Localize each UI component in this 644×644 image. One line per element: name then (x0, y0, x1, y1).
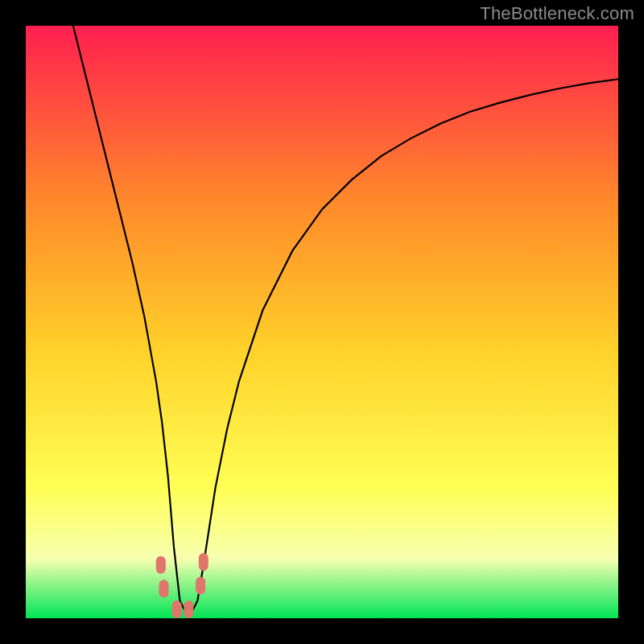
chart-frame: TheBottleneck.com (0, 0, 644, 644)
curve-marker (172, 601, 182, 618)
watermark-text: TheBottleneck.com (480, 3, 634, 24)
bottleneck-curve (26, 26, 618, 618)
curve-marker (159, 580, 168, 597)
curve-marker (156, 556, 166, 574)
curve-marker (184, 601, 193, 618)
plot-area (26, 26, 618, 618)
curve-marker (199, 553, 208, 571)
curve-marker (196, 577, 205, 595)
